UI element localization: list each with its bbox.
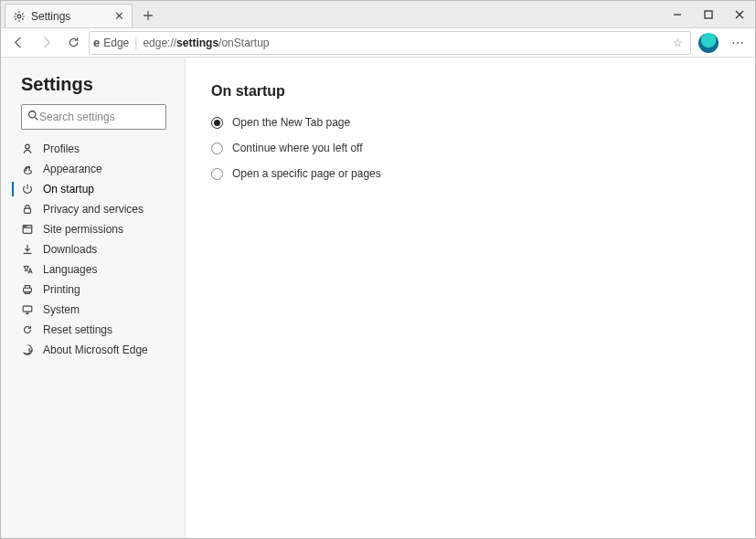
new-tab-button[interactable] [136,4,160,27]
address-bar[interactable]: e Edge | edge://settings/onStartup ☆ [89,31,691,55]
svg-rect-1 [705,11,712,18]
site-icon [21,223,34,236]
sidebar-item-label: On startup [43,183,94,196]
lock-icon [21,203,34,216]
nav-toolbar: e Edge | edge://settings/onStartup ☆ ⋯ [1,28,755,58]
titlebar: Settings ✕ [1,1,755,28]
sidebar-item-system[interactable]: System [1,300,185,320]
page-title: On startup [211,83,729,100]
site-identity: e Edge [93,36,129,49]
settings-main: On startup Open the New Tab pageContinue… [186,58,755,538]
sidebar-item-site-permissions[interactable]: Site permissions [1,219,185,239]
sidebar-nav: ProfilesAppearanceOn startupPrivacy and … [1,139,185,360]
tab-title: Settings [31,10,109,23]
content-area: Settings ProfilesAppearanceOn startupPri… [1,58,755,538]
sidebar-item-languages[interactable]: Languages [1,259,185,280]
language-icon [21,263,34,276]
svg-point-5 [27,168,27,169]
startup-option[interactable]: Open the New Tab page [211,116,729,129]
tab-settings[interactable]: Settings ✕ [5,4,133,27]
search-input[interactable] [39,111,176,123]
sidebar-item-label: Appearance [43,163,102,175]
appearance-icon [21,163,34,175]
minimize-button[interactable] [662,1,693,27]
more-menu-button[interactable]: ⋯ [726,31,750,55]
svg-point-0 [17,15,21,18]
sidebar-item-label: Privacy and services [43,203,144,216]
gear-icon [13,10,26,23]
sidebar-item-label: Reset settings [43,323,112,336]
sidebar-item-privacy-and-services[interactable]: Privacy and services [1,199,185,219]
edge-icon [21,343,34,356]
tab-close-icon[interactable]: ✕ [114,10,124,22]
startup-option[interactable]: Continue where you left off [211,142,729,154]
browser-window: Settings ✕ e Edge | [0,0,756,539]
system-icon [21,303,34,316]
profile-avatar[interactable] [698,33,719,53]
sidebar-item-label: Site permissions [43,223,123,236]
favorite-icon[interactable]: ☆ [669,37,687,49]
url-text: edge://settings/onStartup [143,37,269,49]
divider: | [134,37,137,49]
sidebar-item-label: Profiles [43,143,80,155]
search-settings-box[interactable] [21,104,166,130]
settings-sidebar: Settings ProfilesAppearanceOn startupPri… [1,58,186,538]
sidebar-item-profiles[interactable]: Profiles [1,139,185,159]
forward-button[interactable] [34,31,58,55]
reset-icon [21,323,34,336]
close-button[interactable] [724,1,755,27]
option-label: Open a specific page or pages [232,167,381,180]
radio-icon [211,117,223,129]
back-button[interactable] [6,31,30,55]
svg-rect-12 [23,306,32,312]
sidebar-item-label: System [43,303,80,316]
sidebar-item-on-startup[interactable]: On startup [1,179,185,199]
startup-options: Open the New Tab pageContinue where you … [211,116,729,180]
startup-option[interactable]: Open a specific page or pages [211,167,729,180]
window-controls [662,1,755,27]
edge-logo-icon: e [93,36,100,49]
sidebar-item-reset-settings[interactable]: Reset settings [1,320,185,340]
svg-point-10 [26,227,27,227]
sidebar-item-downloads[interactable]: Downloads [1,239,185,259]
svg-point-3 [26,144,30,149]
sidebar-item-label: Downloads [43,243,97,256]
svg-rect-7 [25,208,31,213]
sidebar-item-appearance[interactable]: Appearance [1,159,185,179]
option-label: Continue where you left off [232,142,363,154]
person-icon [21,143,34,155]
site-label: Edge [103,37,129,49]
svg-point-6 [28,167,29,168]
power-icon [21,183,34,196]
sidebar-item-label: About Microsoft Edge [43,343,148,356]
svg-point-9 [25,227,26,227]
printer-icon [21,283,34,296]
svg-point-4 [26,170,27,171]
option-label: Open the New Tab page [232,116,350,129]
tab-strip: Settings ✕ [1,1,662,27]
svg-rect-11 [24,288,32,291]
radio-icon [211,168,223,180]
search-icon [27,110,39,124]
sidebar-item-label: Languages [43,263,97,276]
sidebar-item-label: Printing [43,283,80,296]
sidebar-item-printing[interactable]: Printing [1,280,185,300]
sidebar-item-about-microsoft-edge[interactable]: About Microsoft Edge [1,340,185,360]
download-icon [21,243,34,256]
refresh-button[interactable] [61,31,85,55]
radio-icon [211,143,223,154]
sidebar-heading: Settings [1,74,185,104]
maximize-button[interactable] [693,1,724,27]
svg-point-2 [29,111,36,118]
